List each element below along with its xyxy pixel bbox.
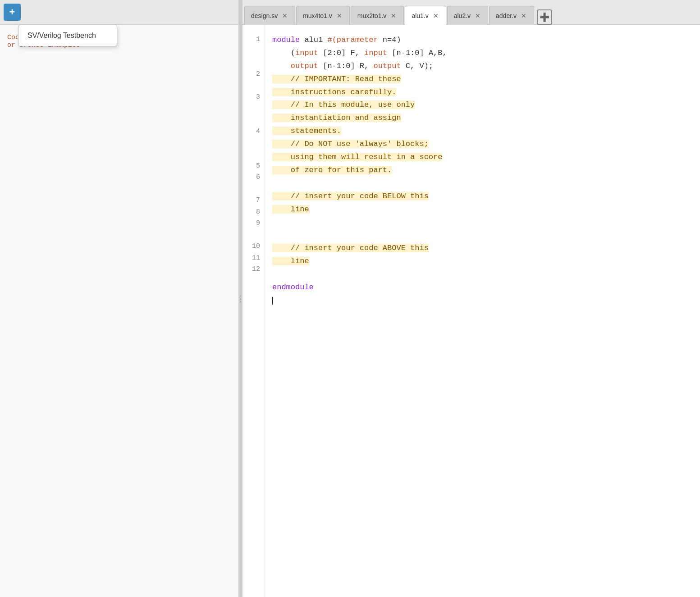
code-line-13: // insert your code BELOW this (272, 190, 691, 203)
tab-design-sv[interactable]: design.sv ✕ (244, 6, 295, 25)
code-line-3: output [n-1:0] R, output C, V); (272, 60, 691, 73)
tab-label: alu2.v (454, 12, 471, 19)
tab-adder-v[interactable]: adder.v ✕ (489, 6, 534, 25)
code-line-21 (272, 294, 691, 307)
code-line-20: endmodule (272, 281, 691, 294)
line-numbers: 1 2 3 4 5 6 7 8 9 10 11 12 (242, 25, 265, 597)
file-type-dropdown: SV/Verilog Testbench (18, 25, 117, 46)
code-line-5: instructions carefully. (272, 86, 691, 99)
code-line-9: // Do NOT use 'always' blocks; (272, 138, 691, 151)
tab-label: design.sv (251, 12, 278, 19)
code-line-18: line (272, 255, 691, 268)
code-line-12 (272, 177, 691, 190)
tab-close-adder[interactable]: ✕ (520, 13, 527, 19)
code-line-6: // In this module, use only (272, 99, 691, 112)
tab-label: alu1.v (412, 12, 428, 19)
tab-close-alu2[interactable]: ✕ (474, 13, 481, 19)
tab-close-mux4to1[interactable]: ✕ (336, 13, 343, 19)
code-line-11: of zero for this part. (272, 164, 691, 177)
tab-label: mux2to1.v (357, 12, 387, 19)
tab-close-alu1[interactable]: ✕ (432, 13, 439, 19)
tab-label: mux4to1.v (303, 12, 332, 19)
code-line-14: line (272, 203, 691, 216)
left-panel: + SV/Verilog Testbench Code your testb o… (0, 0, 239, 597)
code-line-8: statements. (272, 125, 691, 138)
code-editor[interactable]: 1 2 3 4 5 6 7 8 9 10 11 12 module alu1 #… (242, 25, 700, 597)
tab-mux2to1-v[interactable]: mux2to1.v ✕ (351, 6, 404, 25)
tab-close-mux2to1[interactable]: ✕ (390, 13, 397, 19)
panel-splitter[interactable]: ⋮ (239, 0, 242, 597)
code-line-17: // insert your code ABOVE this (272, 242, 691, 255)
code-line-1: module alu1 #(parameter n=4) (272, 34, 691, 47)
code-line-19 (272, 268, 691, 281)
tab-alu2-v[interactable]: alu2.v ✕ (447, 6, 488, 25)
tab-label: adder.v (496, 12, 517, 19)
add-file-button[interactable]: + (4, 4, 21, 21)
tab-alu1-v[interactable]: alu1.v ✕ (405, 6, 446, 25)
tab-mux4to1-v[interactable]: mux4to1.v ✕ (296, 6, 350, 25)
code-line-10: using them will result in a score (272, 151, 691, 164)
code-area[interactable]: module alu1 #(parameter n=4) (input [2:0… (265, 25, 700, 597)
tab-bar: design.sv ✕ mux4to1.v ✕ mux2to1.v ✕ alu1… (242, 0, 700, 25)
code-line-7: instantiation and assign (272, 112, 691, 125)
tab-close-design-sv[interactable]: ✕ (281, 13, 288, 19)
left-top-bar: + (0, 0, 238, 25)
code-line-15 (272, 216, 691, 229)
sv-verilog-testbench-option[interactable]: SV/Verilog Testbench (18, 25, 117, 46)
code-line-16 (272, 229, 691, 242)
code-line-4: // IMPORTANT: Read these (272, 73, 691, 86)
code-line-2: (input [2:0] F, input [n-1:0] A,B, (272, 47, 691, 60)
right-panel: design.sv ✕ mux4to1.v ✕ mux2to1.v ✕ alu1… (242, 0, 700, 597)
add-tab-button[interactable]: ➕ (537, 9, 552, 25)
